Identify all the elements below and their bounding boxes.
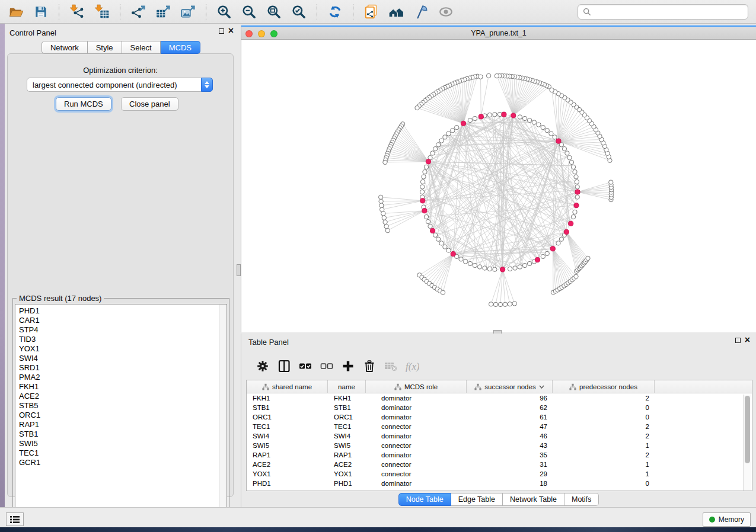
open-session-button[interactable] — [5, 3, 27, 21]
network-node[interactable] — [550, 88, 554, 92]
network-node[interactable] — [487, 113, 492, 117]
tab-network-table[interactable]: Network Table — [503, 493, 564, 506]
network-node[interactable] — [503, 302, 507, 306]
network-node[interactable] — [428, 224, 432, 228]
network-hub-node[interactable] — [422, 209, 427, 213]
network-hub-node[interactable] — [461, 121, 465, 126]
zoom-out-button[interactable] — [238, 3, 260, 21]
column-header-predecessor-nodes[interactable]: predecessor nodes — [553, 380, 655, 393]
network-node[interactable] — [574, 175, 578, 179]
network-node[interactable] — [553, 135, 557, 139]
network-node[interactable] — [487, 267, 492, 271]
column-header-shared-name[interactable]: shared name — [247, 380, 328, 393]
network-node[interactable] — [483, 266, 487, 270]
network-hub-node[interactable] — [575, 190, 580, 194]
network-node[interactable] — [443, 245, 447, 249]
search-input[interactable] — [595, 8, 743, 17]
mcds-result-item[interactable]: SWI5 — [19, 439, 219, 448]
memory-button[interactable]: Memory — [703, 512, 751, 527]
table-row[interactable]: PHD1PHD1dominator180 — [247, 479, 752, 488]
table-scrollbar[interactable] — [743, 395, 751, 491]
mcds-result-item[interactable]: SWI4 — [19, 354, 219, 363]
network-node[interactable] — [575, 185, 579, 189]
import-network-button[interactable] — [66, 3, 88, 21]
network-node[interactable] — [571, 214, 575, 219]
network-node[interactable] — [459, 257, 463, 261]
network-node[interactable] — [508, 267, 512, 271]
network-node[interactable] — [455, 125, 459, 129]
network-hub-node[interactable] — [574, 203, 579, 208]
network-node[interactable] — [426, 219, 430, 223]
mcds-result-item[interactable]: TEC1 — [19, 448, 219, 458]
task-history-button[interactable] — [6, 512, 24, 526]
table-row[interactable]: TEC1TEC1connector472 — [247, 422, 752, 431]
network-node[interactable] — [527, 261, 531, 265]
optimization-criterion-dropdown[interactable]: largest connected component (undirected) — [27, 78, 213, 92]
network-node[interactable] — [468, 118, 472, 122]
network-node[interactable] — [379, 203, 384, 207]
network-hub-node[interactable] — [420, 198, 425, 203]
tab-edge-table[interactable]: Edge Table — [451, 493, 503, 506]
mcds-result-item[interactable]: YOX1 — [19, 344, 219, 354]
network-node[interactable] — [380, 207, 384, 211]
network-hub-node[interactable] — [511, 113, 516, 118]
network-node[interactable] — [518, 115, 522, 119]
network-hub-node[interactable] — [500, 267, 505, 272]
network-node[interactable] — [518, 265, 522, 269]
network-node[interactable] — [532, 120, 536, 124]
network-node[interactable] — [439, 139, 444, 143]
network-node[interactable] — [575, 195, 579, 199]
network-node[interactable] — [522, 263, 527, 267]
network-hub-node[interactable] — [430, 228, 435, 233]
delete-button[interactable] — [359, 356, 380, 376]
network-hub-node[interactable] — [502, 112, 506, 117]
network-node[interactable] — [513, 266, 517, 270]
network-hub-node[interactable] — [426, 159, 430, 164]
flag-button[interactable] — [410, 3, 432, 21]
save-session-button[interactable] — [30, 3, 52, 21]
network-node[interactable] — [575, 180, 579, 184]
network-node[interactable] — [433, 147, 437, 151]
network-node[interactable] — [586, 256, 590, 260]
table-row[interactable]: STB1STB1dominator620 — [247, 403, 752, 412]
export-network-button[interactable] — [127, 3, 149, 21]
network-graph[interactable] — [241, 40, 756, 332]
network-node[interactable] — [441, 290, 445, 294]
network-node[interactable] — [451, 128, 455, 132]
network-node[interactable] — [537, 123, 541, 127]
column-header-name[interactable]: name — [328, 380, 366, 393]
close-icon[interactable]: × — [745, 337, 750, 343]
network-node[interactable] — [565, 151, 569, 155]
network-node[interactable] — [436, 143, 440, 147]
network-hub-node[interactable] — [550, 246, 555, 251]
network-node[interactable] — [383, 220, 387, 224]
network-node[interactable] — [486, 73, 490, 78]
network-node[interactable] — [559, 237, 563, 241]
network-node[interactable] — [382, 216, 386, 220]
network-hub-node[interactable] — [564, 229, 569, 234]
network-node[interactable] — [443, 135, 447, 139]
network-node[interactable] — [415, 105, 419, 110]
network-node[interactable] — [477, 265, 481, 269]
network-node[interactable] — [422, 175, 426, 179]
network-node[interactable] — [571, 165, 575, 169]
network-node[interactable] — [463, 259, 467, 264]
search-box[interactable] — [578, 4, 748, 20]
network-node[interactable] — [420, 185, 425, 189]
tab-motifs[interactable]: Motifs — [564, 493, 599, 506]
table-row[interactable]: SWI5SWI5connector431 — [247, 441, 752, 450]
network-node[interactable] — [556, 241, 560, 245]
network-node[interactable] — [573, 210, 577, 214]
mcds-result-item[interactable]: CAR1 — [19, 316, 219, 325]
network-node[interactable] — [573, 169, 577, 174]
home-button[interactable] — [385, 3, 407, 21]
network-node[interactable] — [473, 116, 477, 120]
mcds-result-item[interactable]: FKH1 — [19, 382, 219, 392]
mcds-result-item[interactable]: TID3 — [19, 335, 219, 344]
network-node[interactable] — [446, 248, 451, 252]
mcds-result-item[interactable]: SRD1 — [19, 363, 219, 373]
column-header-successor-nodes[interactable]: successor nodes — [467, 380, 553, 393]
network-node[interactable] — [430, 151, 435, 155]
network-node[interactable] — [493, 302, 497, 306]
network-node[interactable] — [424, 214, 428, 219]
